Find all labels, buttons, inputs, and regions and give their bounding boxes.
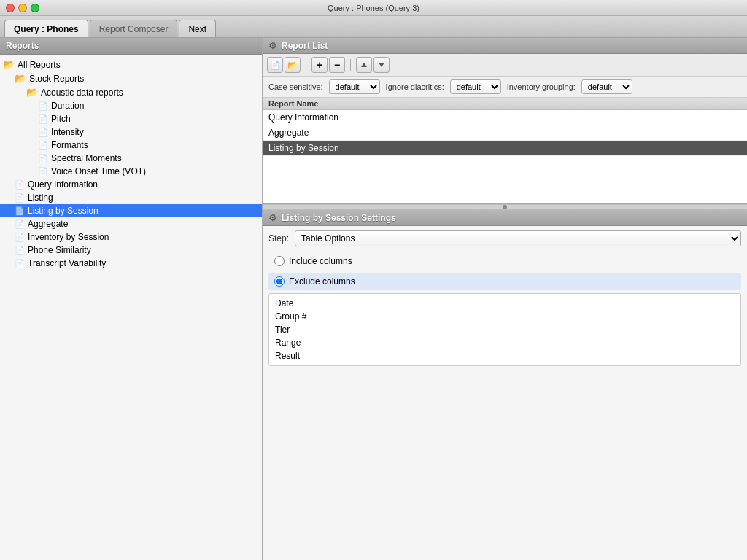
tree-item-listing-by-session[interactable]: 📄Listing by Session [0, 204, 262, 217]
tree-item-label: Stock Reports [29, 74, 84, 84]
inventory-grouping-select[interactable]: defaultnonesession [581, 79, 632, 94]
column-item-col-result[interactable]: Result [272, 349, 738, 362]
new-doc-button[interactable]: 📄 [267, 57, 283, 73]
report-row-row-listing-by-session[interactable]: Listing by Session [263, 141, 747, 156]
tree-item-spectral-moments[interactable]: 📄Spectral Moments [0, 152, 262, 165]
column-item-col-tier[interactable]: Tier [272, 323, 738, 336]
column-item-col-date[interactable]: Date [272, 297, 738, 310]
report-table-header: Report Name [263, 98, 747, 110]
move-buttons [356, 57, 390, 73]
report-row-row-aggregate[interactable]: Aggregate [263, 125, 747, 141]
tree-item-label: Pitch [51, 114, 71, 124]
arrow-down-icon [379, 63, 384, 67]
tab-next[interactable]: Next [179, 20, 216, 37]
include-columns-radio[interactable] [274, 256, 285, 266]
tree-item-acoustic-data[interactable]: 📂Acoustic data reports [0, 85, 262, 99]
include-columns-row: Include columns [268, 252, 741, 270]
tree-item-label: Listing by Session [28, 206, 98, 216]
column-item-col-range[interactable]: Range [272, 336, 738, 349]
doc-icon: 📄 [38, 128, 48, 137]
settings-title: Listing by Session Settings [282, 213, 396, 223]
exclude-columns-label[interactable]: Exclude columns [289, 276, 355, 287]
ignore-diacritics-select[interactable]: defaultyesno [450, 79, 501, 94]
folder-open-icon: 📂 [26, 87, 38, 98]
add-report-button[interactable]: + [311, 57, 328, 73]
tree-item-label: Listing [28, 192, 53, 203]
case-sensitive-label: Case sensitive: [268, 82, 323, 91]
report-list-title: Report List [282, 41, 328, 51]
case-sensitive-select[interactable]: defaultyesno [329, 79, 380, 94]
title-bar: Query : Phones (Query 3) [0, 0, 747, 16]
filter-row: Case sensitive: defaultyesno Ignore diac… [263, 77, 747, 98]
report-table: Query InformationAggregateListing by Ses… [263, 110, 747, 203]
tab-report-composer[interactable]: Report Composer [90, 20, 178, 37]
tree-item-label: Duration [51, 101, 84, 111]
report-list-toolbar: 📄 📂 + − [263, 54, 747, 77]
tree-item-label: Formants [51, 140, 88, 150]
tree-item-label: Transcript Variability [28, 258, 106, 268]
include-columns-label[interactable]: Include columns [289, 256, 352, 266]
move-down-button[interactable] [374, 57, 390, 73]
settings-section: ⚙ Listing by Session Settings Step: Tabl… [263, 210, 747, 560]
tree-item-inventory-by-session[interactable]: 📄Inventory by Session [0, 230, 262, 244]
tree-item-label: All Reports [18, 60, 61, 70]
doc-icon: 📄 [15, 233, 25, 242]
window-title: Query : Phones (Query 3) [328, 4, 419, 12]
tree-item-all-reports[interactable]: 📂All Reports [0, 58, 262, 71]
doc-icon: 📄 [38, 141, 48, 150]
doc-icon: 📄 [15, 246, 25, 255]
tree-item-label: Voice Onset Time (VOT) [51, 166, 146, 176]
panel-divider[interactable] [263, 204, 747, 210]
window-controls [6, 4, 39, 12]
right-panel: ⚙ Report List 📄 📂 + [263, 38, 747, 560]
tree-item-label: Phone Similarity [28, 245, 91, 255]
tree-item-phone-similarity[interactable]: 📄Phone Similarity [0, 244, 262, 257]
tab-query-phones[interactable]: Query : Phones [4, 20, 88, 37]
tree-item-label: Query Information [28, 179, 98, 190]
move-up-button[interactable] [356, 57, 372, 73]
tree-item-transcript-variability[interactable]: 📄Transcript Variability [0, 257, 262, 270]
tree-item-label: Acoustic data reports [41, 88, 123, 98]
tree-item-stock-reports[interactable]: 📂Stock Reports [0, 71, 262, 85]
tree-item-query-information[interactable]: 📄Query Information [0, 178, 262, 191]
remove-report-button[interactable]: − [329, 57, 345, 73]
left-panel: Reports 📂All Reports📂Stock Reports📂Acous… [0, 38, 263, 560]
step-select[interactable]: Table OptionsColumn OptionsSort Options [295, 230, 741, 246]
tree-item-voice-onset[interactable]: 📄Voice Onset Time (VOT) [0, 165, 262, 178]
folder-open-icon: 📂 [3, 59, 15, 70]
exclude-columns-row: Exclude columns [268, 273, 741, 290]
doc-icon: 📄 [38, 114, 48, 124]
maximize-button[interactable] [31, 4, 39, 12]
tree-item-aggregate[interactable]: 📄Aggregate [0, 217, 262, 230]
reports-tree: 📂All Reports📂Stock Reports📂Acoustic data… [0, 55, 262, 560]
minimize-button[interactable] [18, 4, 27, 12]
tree-item-label: Intensity [51, 127, 84, 137]
tree-item-pitch[interactable]: 📄Pitch [0, 112, 262, 125]
doc-icon: 📄 [15, 259, 25, 268]
tree-item-listing[interactable]: 📄Listing [0, 191, 262, 204]
step-row: Step: Table OptionsColumn OptionsSort Op… [268, 230, 741, 246]
exclude-columns-radio[interactable] [274, 276, 285, 287]
doc-icon: 📄 [15, 219, 25, 229]
doc-icon: 📄 [15, 180, 25, 190]
arrow-up-icon [361, 63, 367, 67]
tree-item-label: Aggregate [28, 219, 68, 229]
report-row-row-query-info[interactable]: Query Information [263, 110, 747, 125]
report-list-container: Report Name Query InformationAggregateLi… [263, 98, 747, 203]
folder-open-icon: 📂 [15, 73, 26, 84]
settings-body: Step: Table OptionsColumn OptionsSort Op… [263, 226, 747, 560]
settings-header: ⚙ Listing by Session Settings [263, 210, 747, 226]
column-item-col-group[interactable]: Group # [272, 310, 738, 323]
tree-item-intensity[interactable]: 📄Intensity [0, 125, 262, 139]
step-label: Step: [268, 233, 289, 244]
main-content: Reports 📂All Reports📂Stock Reports📂Acous… [0, 38, 747, 560]
open-doc-button[interactable]: 📂 [285, 57, 301, 73]
tree-item-duration[interactable]: 📄Duration [0, 99, 262, 112]
inventory-grouping-label: Inventory grouping: [507, 82, 576, 91]
toolbar-sep-2 [350, 59, 351, 71]
close-button[interactable] [6, 4, 15, 12]
tree-item-formants[interactable]: 📄Formants [0, 139, 262, 152]
doc-icon: 📄 [38, 154, 48, 163]
divider-dot [503, 205, 507, 209]
columns-list: DateGroup #TierRangeResult [268, 293, 741, 366]
